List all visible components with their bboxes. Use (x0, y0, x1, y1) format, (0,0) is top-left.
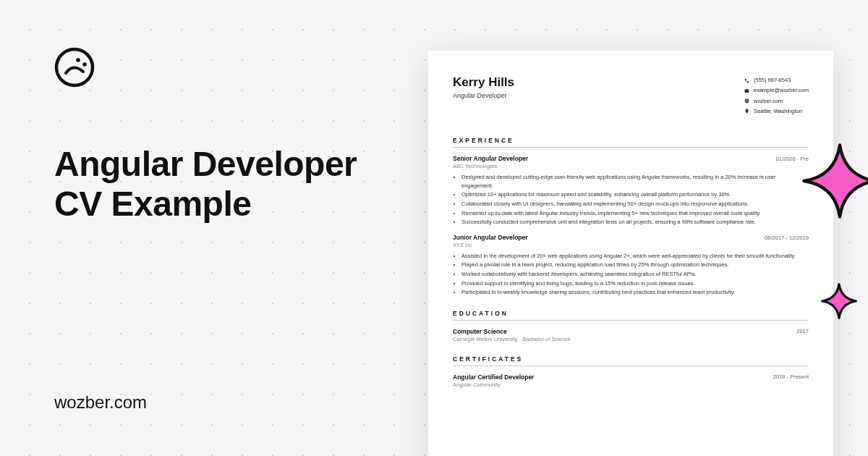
bullet-item: Participated in bi-weekly knowledge shar… (461, 288, 809, 297)
wozber-logo-icon (54, 47, 95, 88)
education-degree: Computer Science (453, 328, 507, 335)
contact-web: wozber.com (744, 96, 809, 106)
education-year: 2017 (796, 328, 809, 335)
svg-point-2 (82, 62, 87, 67)
bullet-item: Assisted in the development of 20+ web a… (461, 252, 809, 261)
bullet-item: Remained up-to-date with latest Angular … (461, 209, 809, 218)
contact-list: (555) 987-6543 example@wozber.com wozber… (744, 75, 809, 117)
job-block: Senior Angular Developer 01/2020 - Pre A… (453, 155, 809, 227)
bullet-item: Collaborated closely with UI designers, … (461, 200, 809, 208)
phone-icon (744, 78, 749, 83)
location-icon (744, 109, 749, 114)
job-title: Senior Angular Developer (453, 155, 528, 162)
certificate-name: Angular Certified Developer (453, 373, 534, 381)
site-url: wozber.com (54, 392, 147, 413)
bullet-item: Successfully conducted comprehensive uni… (461, 218, 809, 227)
contact-location: Seattle, Washington (744, 106, 809, 117)
sparkle-small-icon (820, 282, 858, 323)
job-company: ABC Technologies (453, 163, 809, 169)
email-icon (744, 88, 749, 93)
bullet-item: Provided support in identifying and fixi… (461, 279, 809, 288)
title-line-2: CV Example (54, 185, 251, 223)
globe-icon (744, 98, 749, 104)
certificate-dates: 2019 - Present (773, 373, 809, 381)
title-line-1: Angular Developer (54, 145, 357, 183)
job-dates: 06/2017 - 12/2019 (765, 235, 809, 241)
contact-phone: (555) 987-6543 (744, 75, 809, 85)
resume-role: Angular Developer (453, 92, 514, 99)
bullet-item: Worked collaboratively with backend deve… (461, 270, 809, 279)
certificate-org: Angular Community (453, 381, 809, 388)
job-bullets: Assisted in the development of 20+ web a… (453, 252, 809, 297)
bullet-item: Played a pivotal role in a team project,… (461, 261, 809, 269)
resume-preview: Kerry Hills Angular Developer (555) 987-… (428, 51, 833, 456)
sparkle-large-icon (800, 141, 868, 224)
section-education: EDUCATION (453, 310, 809, 321)
section-certificates: CERTIFICATES (453, 355, 809, 366)
left-panel: Angular Developer CV Example (54, 47, 387, 224)
education-school: Carnegie Mellon University - Bachelor of… (453, 336, 809, 342)
resume-name: Kerry Hills (453, 75, 514, 90)
job-block: Junior Angular Developer 06/2017 - 12/20… (453, 234, 809, 297)
job-company: XYZ Inc (453, 242, 809, 248)
job-bullets: Designed and developed cutting-edge user… (453, 173, 809, 227)
svg-point-1 (76, 58, 80, 62)
bullet-item: Optimized 10+ applications for maximum s… (461, 190, 809, 199)
job-title: Junior Angular Developer (453, 234, 528, 241)
section-experience: EXPERIENCE (453, 137, 809, 148)
bullet-item: Designed and developed cutting-edge user… (461, 173, 809, 190)
contact-email: example@wozber.com (744, 85, 809, 96)
page-title: Angular Developer CV Example (54, 144, 387, 224)
resume-header: Kerry Hills Angular Developer (555) 987-… (453, 75, 809, 117)
